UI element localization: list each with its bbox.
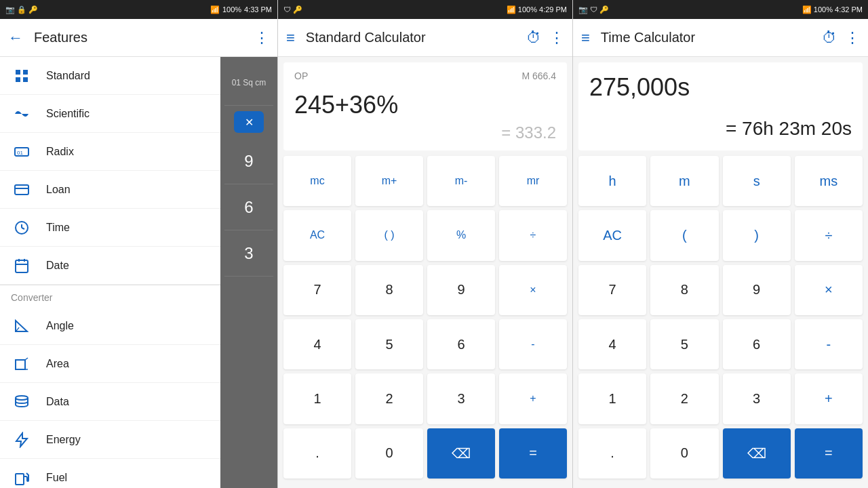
- time-btn-backspace[interactable]: ⌫: [723, 428, 791, 479]
- time-btn-5[interactable]: 5: [650, 319, 718, 369]
- time-btn-2[interactable]: 2: [650, 373, 718, 424]
- time-btn-ms[interactable]: ms: [795, 156, 863, 206]
- menu-button-calc[interactable]: ≡: [286, 29, 295, 47]
- calc-btn-4[interactable]: 4: [283, 319, 351, 369]
- time-btn-mul[interactable]: ×: [795, 265, 863, 315]
- time-btn-sub[interactable]: -: [795, 319, 863, 369]
- status-bar-1: 📷 🔒 🔑 📶 100% 4:33 PM: [0, 0, 277, 19]
- sidebar-item-data[interactable]: Data: [0, 383, 220, 421]
- calc-row-456: 4 5 6 -: [283, 319, 567, 369]
- time-btn-8[interactable]: 8: [650, 265, 718, 315]
- overlay-delete[interactable]: ✕: [234, 111, 264, 133]
- time-btn-dot[interactable]: .: [578, 428, 646, 479]
- history-button-time[interactable]: ⏱: [822, 29, 837, 47]
- calc-btn-equals[interactable]: =: [499, 428, 567, 479]
- calc-keypad: mc m+ m- mr AC ( ) % ÷ 7 8 9 × 4: [278, 156, 572, 488]
- calc-btn-percent[interactable]: %: [427, 210, 495, 260]
- more-button-calc[interactable]: ⋮: [549, 29, 564, 47]
- calc-btn-7[interactable]: 7: [283, 265, 351, 315]
- sidebar-item-angle[interactable]: Angle: [0, 307, 220, 345]
- angle-label: Angle: [46, 320, 74, 332]
- features-title: Features: [34, 30, 243, 45]
- time-btn-m[interactable]: m: [650, 156, 718, 206]
- calc-btn-mminus[interactable]: m-: [427, 156, 495, 206]
- calc-btn-backspace[interactable]: ⌫: [427, 428, 495, 479]
- overlay-cell-3[interactable]: 3: [224, 230, 273, 277]
- time-input: 275,000s: [589, 73, 852, 102]
- more-button-time[interactable]: ⋮: [845, 29, 860, 47]
- sidebar-item-fuel[interactable]: Fuel: [0, 459, 220, 488]
- sidebar-item-standard[interactable]: Standard: [0, 57, 220, 95]
- calc-btn-1[interactable]: 1: [283, 373, 351, 424]
- time-btn-9[interactable]: 9: [723, 265, 791, 315]
- calc-btn-div[interactable]: ÷: [499, 210, 567, 260]
- status-left-1: 📷 🔒 🔑: [5, 5, 38, 14]
- calc-btn-mc[interactable]: mc: [283, 156, 351, 206]
- time-btn-6[interactable]: 6: [723, 319, 791, 369]
- time-btn-7[interactable]: 7: [578, 265, 646, 315]
- sidebar-item-area[interactable]: Area: [0, 345, 220, 383]
- wifi-icon-1: 📶: [210, 5, 220, 14]
- sidebar-item-date[interactable]: Date: [0, 247, 220, 285]
- sidebar-item-time[interactable]: Time: [0, 209, 220, 247]
- sidebar-item-radix[interactable]: 01 Radix: [0, 133, 220, 171]
- status-right-2: 📶 100% 4:29 PM: [507, 5, 567, 14]
- calc-btn-mplus[interactable]: m+: [355, 156, 423, 206]
- loan-icon: [11, 179, 33, 201]
- shield-icon-2: 🛡 🔑: [283, 5, 302, 14]
- calc-memory: M 666.4: [521, 70, 556, 81]
- svg-rect-19: [16, 474, 24, 485]
- svg-rect-15: [16, 360, 25, 369]
- calc-btn-9[interactable]: 9: [427, 265, 495, 315]
- time-btn-cparen[interactable]: ): [723, 210, 791, 260]
- time-btn-1[interactable]: 1: [578, 373, 646, 424]
- time-btn-h[interactable]: h: [578, 156, 646, 206]
- history-button-calc[interactable]: ⏱: [526, 29, 541, 47]
- status-bar-3: 📷 🛡 🔑 📶 100% 4:32 PM: [573, 0, 868, 19]
- status-right-1: 📶 100% 4:33 PM: [210, 5, 272, 14]
- calc-op-row: OP M 666.4: [294, 70, 556, 81]
- energy-label: Energy: [46, 434, 81, 446]
- calc-btn-5[interactable]: 5: [355, 319, 423, 369]
- calc-btn-paren[interactable]: ( ): [355, 210, 423, 260]
- calc-btn-ac[interactable]: AC: [283, 210, 351, 260]
- calc-btn-add[interactable]: +: [499, 373, 567, 424]
- time-btn-ac[interactable]: AC: [578, 210, 646, 260]
- overlay-cell-6[interactable]: 6: [224, 184, 273, 230]
- sidebar-item-scientific[interactable]: Scientific: [0, 95, 220, 133]
- time-result: = 76h 23m 20s: [589, 118, 852, 140]
- time-btn-div[interactable]: ÷: [795, 210, 863, 260]
- time-btn-0[interactable]: 0: [650, 428, 718, 479]
- time-btn-s[interactable]: s: [723, 156, 791, 206]
- sidebar-item-energy[interactable]: Energy: [0, 421, 220, 459]
- calc-btn-mul[interactable]: ×: [499, 265, 567, 315]
- calc-btn-dot[interactable]: .: [283, 428, 351, 479]
- calc-btn-6[interactable]: 6: [427, 319, 495, 369]
- overlay-cell-9[interactable]: 9: [224, 138, 273, 184]
- time-btn-oparen[interactable]: (: [650, 210, 718, 260]
- back-button[interactable]: ←: [8, 29, 23, 47]
- time-btn-equals[interactable]: =: [795, 428, 863, 479]
- status-bar-2: 🛡 🔑 📶 100% 4:29 PM: [278, 0, 572, 19]
- more-button-features[interactable]: ⋮: [254, 29, 269, 47]
- menu-button-time[interactable]: ≡: [581, 29, 590, 47]
- calc-btn-8[interactable]: 8: [355, 265, 423, 315]
- calc-btn-mr[interactable]: mr: [499, 156, 567, 206]
- time-row-bottom: . 0 ⌫ =: [578, 428, 863, 479]
- calc-row-789: 7 8 9 ×: [283, 265, 567, 315]
- time-calc-panel: 📷 🛡 🔑 📶 100% 4:32 PM ≡ Time Calculator ⏱…: [573, 0, 868, 488]
- calc-btn-0[interactable]: 0: [355, 428, 423, 479]
- sidebar-item-loan[interactable]: Loan: [0, 171, 220, 209]
- time-btn-add[interactable]: +: [795, 373, 863, 424]
- standard-icon: [11, 65, 33, 87]
- calc-btn-sub[interactable]: -: [499, 319, 567, 369]
- calc-header-icons: ⏱ ⋮: [526, 29, 564, 47]
- time-btn-3[interactable]: 3: [723, 373, 791, 424]
- features-header: ← Features ⋮: [0, 19, 277, 57]
- time-2: 4:29 PM: [539, 5, 567, 14]
- battery-2: 100%: [518, 5, 537, 14]
- calc-btn-3[interactable]: 3: [427, 373, 495, 424]
- calc-btn-2[interactable]: 2: [355, 373, 423, 424]
- calc-row-memory: mc m+ m- mr: [283, 156, 567, 206]
- time-btn-4[interactable]: 4: [578, 319, 646, 369]
